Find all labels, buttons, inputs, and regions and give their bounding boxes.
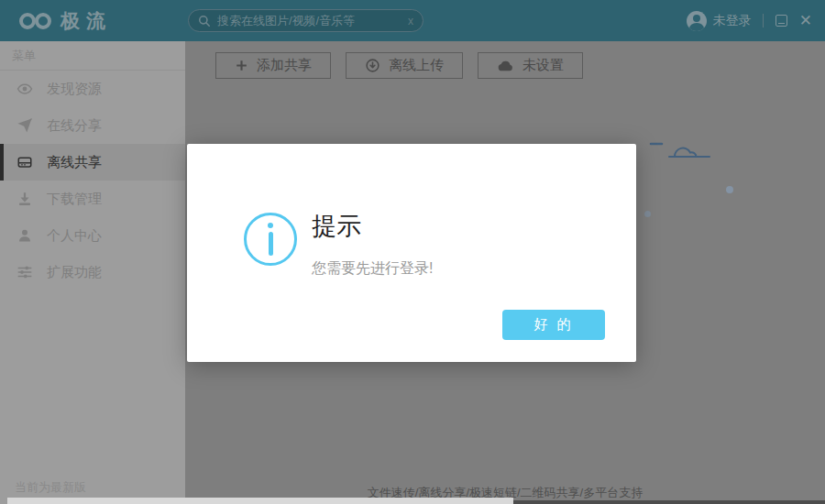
decorative-dot <box>644 211 651 217</box>
sidebar-item-label: 发现资源 <box>47 81 102 98</box>
sidebar-item-personal-center[interactable]: 个人中心 <box>0 217 185 254</box>
sliders-icon <box>16 264 33 280</box>
sidebar-item-offline-share[interactable]: 离线共享 <box>0 144 185 181</box>
button-label: 添加共享 <box>257 57 312 74</box>
sidebar-item-download-manager[interactable]: 下载管理 <box>0 181 185 217</box>
sidebar-item-label: 离线共享 <box>47 154 102 171</box>
search-box[interactable]: x <box>188 9 424 32</box>
avatar[interactable] <box>687 11 707 31</box>
sidebar-item-label: 个人中心 <box>47 227 102 245</box>
search-input[interactable] <box>217 14 408 27</box>
app-title: 极流 <box>60 8 112 34</box>
drive-icon <box>16 154 33 170</box>
header-divider <box>763 14 764 27</box>
download-icon <box>16 191 33 207</box>
login-prompt-dialog: 提示 您需要先进行登录! 好 的 <box>187 144 636 362</box>
button-label: 未设置 <box>522 57 564 74</box>
sidebar-title: 菜单 <box>0 41 185 71</box>
eye-icon <box>16 81 33 97</box>
info-icon <box>244 213 297 266</box>
search-icon <box>198 15 211 27</box>
avatar-head-icon <box>693 15 700 22</box>
sidebar-item-label: 下载管理 <box>47 191 102 208</box>
user-icon <box>16 227 33 244</box>
infinity-logo-icon <box>18 10 53 32</box>
button-label: 离线上传 <box>389 57 444 74</box>
sidebar-item-discover[interactable]: 发现资源 <box>0 71 185 107</box>
sidebar-item-online-share[interactable]: 在线分享 <box>0 107 185 144</box>
toolbar: 添加共享 离线上传 未设置 <box>215 52 583 79</box>
version-status-label: 当前为最新版 <box>15 479 86 496</box>
header-right-cluster: 未登录 ✕ <box>687 0 812 41</box>
avatar-body-icon <box>689 23 704 31</box>
dialog-title: 提示 <box>312 210 361 243</box>
dialog-message: 您需要先进行登录! <box>312 259 433 279</box>
sidebar-item-label: 在线分享 <box>47 117 102 135</box>
bottom-edge-light <box>7 498 513 504</box>
app-logo: 极流 <box>18 0 112 41</box>
plus-icon <box>235 59 248 72</box>
ok-button[interactable]: 好 的 <box>502 310 605 340</box>
add-share-button[interactable]: 添加共享 <box>215 52 331 79</box>
decorative-dot <box>726 186 733 193</box>
sidebar-item-extensions[interactable]: 扩展功能 <box>0 254 185 290</box>
bottom-edge-dark <box>513 500 825 504</box>
offline-upload-button[interactable]: 离线上传 <box>346 52 463 79</box>
paper-plane-icon <box>16 117 33 134</box>
cloud-illustration-icon <box>649 133 713 162</box>
title-bar: 极流 x 未登录 ✕ <box>0 0 825 41</box>
app-window: 极流 x 未登录 ✕ 菜单 <box>0 0 825 504</box>
not-set-button[interactable]: 未设置 <box>478 52 583 79</box>
search-clear-icon[interactable]: x <box>408 16 413 27</box>
minimize-icon[interactable] <box>776 15 787 27</box>
download-circle-icon <box>365 58 380 73</box>
cloud-icon <box>497 59 514 72</box>
sidebar: 菜单 发现资源 在线分享 离线共享 <box>0 41 185 504</box>
close-icon[interactable]: ✕ <box>799 13 812 28</box>
login-status-label[interactable]: 未登录 <box>713 13 752 29</box>
sidebar-item-label: 扩展功能 <box>47 264 102 281</box>
